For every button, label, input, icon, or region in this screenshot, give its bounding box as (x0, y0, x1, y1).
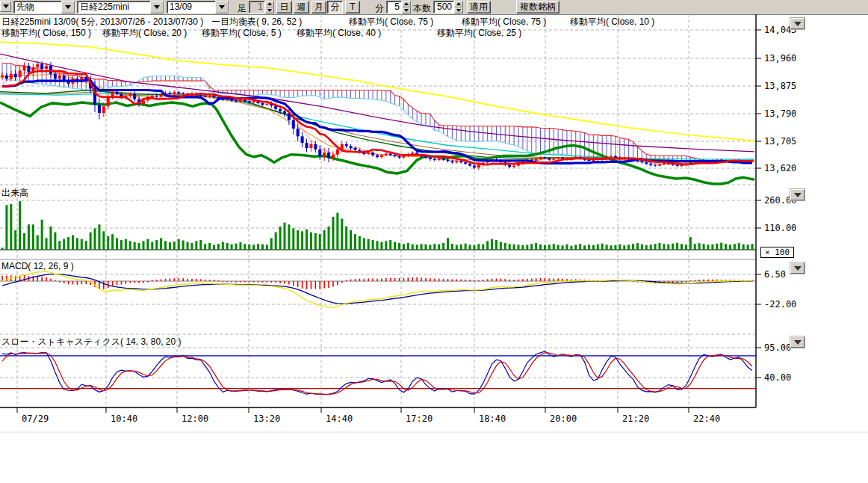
legend-entry: 移動平均( Close, 5 ) (202, 27, 282, 40)
y-axis-label: 110.00 (764, 223, 796, 233)
volume-bar (134, 242, 136, 250)
volume-bar (601, 244, 604, 250)
volume-bar (187, 242, 189, 250)
volume-bar (270, 238, 273, 250)
volume-bar (667, 244, 669, 250)
candle-body (539, 158, 542, 159)
y-axis-label: 95.00 (764, 342, 791, 353)
candle-body (477, 165, 480, 167)
volume-bar (102, 231, 105, 250)
candle-body (128, 94, 131, 96)
volume-bar (738, 243, 740, 250)
volume-bar (433, 244, 435, 250)
legend-entry: 移動平均( Close, 10 ) (570, 16, 654, 28)
candle-body (173, 92, 176, 94)
legend-entry: 移動平均( Close, 40 ) (297, 27, 381, 40)
volume-bar (521, 245, 524, 250)
volume-bar (385, 241, 387, 250)
volume-bar (107, 236, 109, 250)
candle-body (239, 100, 242, 102)
volume-bar (526, 245, 528, 250)
volume-bar (169, 242, 171, 250)
volume-bar (306, 230, 308, 250)
candle-body (301, 136, 304, 143)
volume-bar (252, 244, 255, 250)
volume-bar (190, 243, 193, 250)
x-axis-label: 21:20 (622, 413, 649, 424)
volume-bar (380, 242, 382, 250)
volume-bar (195, 241, 197, 250)
candle-body (447, 160, 450, 161)
volume-bar (239, 242, 241, 250)
chart-canvas[interactable] (0, 0, 868, 483)
volume-bar (1, 247, 4, 250)
volume-bar (275, 233, 277, 250)
volume-bar (539, 244, 542, 250)
volume-bar (729, 244, 731, 250)
volume-bar (111, 234, 114, 250)
candle-body (1, 76, 4, 77)
volume-bar (412, 244, 414, 250)
volume-bar (592, 245, 595, 250)
volume-bar (217, 244, 220, 250)
volume-bar (336, 213, 338, 250)
volume-bar (120, 240, 123, 250)
volume-bar (491, 239, 493, 250)
collapse-panel-button[interactable] (790, 189, 805, 200)
volume-bar (703, 244, 705, 250)
legend-entry: 移動平均( Close, 25 ) (437, 27, 521, 40)
collapse-panel-button[interactable] (790, 262, 805, 274)
volume-bar (619, 244, 621, 250)
volume-bar (663, 244, 665, 250)
candle-body (353, 148, 356, 150)
volume-bar (451, 244, 453, 250)
candle-body (208, 96, 211, 96)
volume-bar (650, 244, 652, 250)
volume-bar (421, 244, 423, 250)
volume-bar (734, 244, 736, 250)
volume-bar (292, 228, 294, 250)
candle-body (111, 92, 114, 97)
volume-bar (288, 224, 290, 250)
candle-body (389, 153, 392, 155)
x-axis-label: 12:00 (182, 413, 208, 424)
candle-body (429, 158, 432, 159)
candle-body (676, 165, 679, 166)
candle-body (557, 158, 559, 159)
volume-bar (323, 230, 326, 250)
candle-body (605, 157, 608, 158)
collapse-panel-button[interactable] (790, 18, 805, 29)
y-axis-label: 6.50 (764, 269, 786, 280)
candle-body (323, 153, 326, 156)
candle-body (508, 165, 511, 167)
volume-bar (725, 244, 727, 250)
candle-body (23, 66, 26, 71)
candle-body (442, 159, 445, 160)
volume-bar (583, 245, 586, 250)
candle-body (309, 144, 312, 148)
candle-body (168, 93, 171, 94)
candle-body (468, 164, 471, 166)
candle-body (438, 159, 441, 160)
volume-bar (261, 244, 264, 250)
candle-body (297, 129, 300, 136)
volume-bar (579, 244, 581, 250)
volume-bar (58, 241, 61, 250)
x-axis-label: 13:20 (253, 413, 280, 424)
volume-bar (486, 241, 489, 250)
volume-bar (416, 244, 418, 250)
candle-body (512, 166, 515, 167)
candle-body (40, 64, 43, 70)
collapse-panel-button[interactable] (790, 336, 805, 348)
volume-bar (720, 243, 722, 250)
volume-bar (67, 237, 69, 250)
volume-bar (460, 244, 462, 250)
volume-bar (751, 244, 754, 250)
volume-bar (482, 244, 484, 250)
volume-bar (222, 242, 224, 250)
volume-bar (350, 230, 352, 250)
volume-bar (389, 240, 391, 250)
candle-body (116, 92, 119, 94)
volume-bar (328, 227, 330, 250)
candle-body (182, 93, 185, 94)
